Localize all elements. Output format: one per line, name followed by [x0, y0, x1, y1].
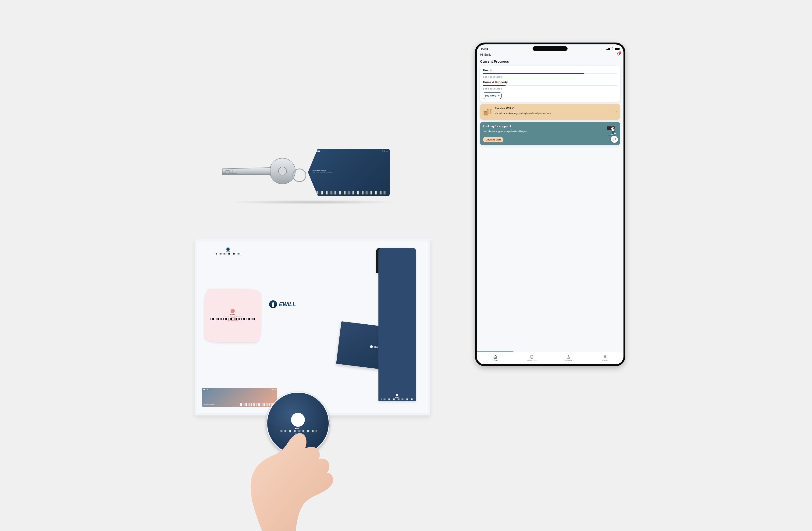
home-icon — [493, 355, 497, 359]
notification-badge: 2 — [619, 52, 621, 54]
share-icon — [566, 355, 570, 359]
product-box: EWILL EWILL EWILL Scan this code & enter… — [195, 239, 430, 416]
svg-rect-9 — [607, 126, 611, 127]
progress-bar — [483, 73, 617, 74]
svg-point-1 — [278, 167, 286, 175]
cellular-icon — [606, 48, 610, 50]
status-time: 09:41 — [481, 47, 488, 51]
tab-home[interactable]: Home — [477, 352, 513, 364]
boxes-icon — [483, 107, 492, 117]
page-title: Current Progress — [480, 59, 620, 63]
chat-fab[interactable] — [611, 136, 618, 143]
svg-point-15 — [614, 133, 615, 134]
battery-icon — [615, 48, 619, 50]
sticker-domed-blue: EWILL — [378, 248, 416, 401]
hand-holding-sticker: EWILL Scan & enter — [227, 392, 349, 531]
wifi-icon — [611, 47, 614, 50]
chevron-right-icon — [615, 111, 618, 113]
tag-owner: Emily Lee — [382, 150, 388, 152]
tab-bar: Home Documents Sharing Profile — [477, 352, 623, 364]
greeting: Hi, Emily — [480, 53, 491, 56]
split-ring — [292, 169, 306, 182]
hand-icon — [227, 415, 349, 531]
sticker-pink: EWILL Scan this code & enter to find hel… — [204, 289, 261, 342]
feather-logo-icon — [269, 300, 277, 308]
tag-logo: EWILL — [313, 150, 320, 152]
tab-documents[interactable]: Documents — [513, 352, 550, 364]
tab-profile[interactable]: Profile — [587, 352, 623, 364]
key-icon — [219, 157, 301, 185]
barcode-icon — [313, 191, 388, 195]
document-icon — [530, 355, 534, 359]
box-brand: EWILL — [268, 299, 362, 310]
promo-will-kit[interactable]: Receive Will Kit Kits include stickers, … — [480, 104, 620, 120]
upgrade-plan-button[interactable]: Upgrade plan — [483, 137, 504, 142]
svg-rect-12 — [612, 131, 613, 134]
svg-point-22 — [604, 356, 606, 357]
phone-device: 09:41 Hi, Emily — [475, 43, 625, 366]
chevron-down-icon — [497, 95, 500, 97]
promo-support[interactable]: Looking for support? Get unlimited suppo… — [480, 122, 620, 145]
key-tag: EWILL Emily Lee My emergency documents S… — [308, 149, 390, 196]
progress-item-health[interactable]: Health 3 OF 4 COMPLETED — [483, 69, 617, 78]
progress-bar — [483, 85, 617, 86]
profile-icon — [603, 355, 607, 359]
tag-lines: My emergency documents Scan & enter to f… — [313, 170, 388, 173]
dynamic-island — [533, 46, 568, 51]
sticker-mini-logo: EWILL — [214, 246, 242, 277]
character-carrying-box-icon — [606, 125, 618, 137]
see-more-button[interactable]: See more — [483, 92, 502, 99]
chat-icon — [613, 138, 616, 141]
progress-card: Health 3 OF 4 COMPLETED Home & Property … — [480, 66, 620, 102]
progress-item-home[interactable]: Home & Property 1 OF 6 COMPLETED — [483, 81, 617, 90]
svg-point-14 — [611, 134, 613, 134]
keychain: EWILL Emily Lee My emergency documents S… — [219, 149, 390, 196]
svg-rect-6 — [489, 109, 490, 114]
notifications-button[interactable]: 2 — [617, 52, 620, 57]
tab-sharing[interactable]: Sharing — [550, 352, 587, 364]
